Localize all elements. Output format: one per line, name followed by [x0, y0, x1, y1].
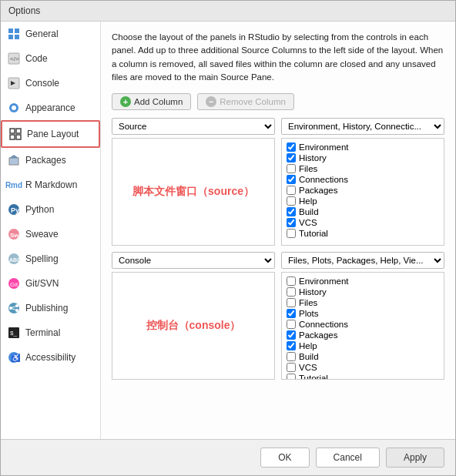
checklist-item: VCS	[287, 362, 439, 373]
sidebar-label-pane-layout: Pane Layout	[27, 129, 79, 139]
checkbox-label: Files	[299, 164, 317, 173]
sidebar-item-code[interactable]: </>Code	[1, 46, 100, 71]
checklist-item: Tutorial	[287, 373, 439, 380]
sidebar-item-general[interactable]: General	[1, 22, 100, 46]
checkbox-label: Connections	[299, 320, 348, 329]
svg-rect-3	[15, 35, 19, 39]
checkbox-label: Environment	[299, 142, 349, 152]
svg-point-25	[9, 307, 12, 310]
panel-box-label-bottom-left: 控制台（console）	[146, 319, 241, 333]
checkbox-label: Plots	[299, 309, 319, 318]
svg-point-9	[12, 106, 16, 110]
dialog-body: General</>CodeConsoleAppearancePane Layo…	[1, 22, 455, 439]
remove-column-icon: −	[206, 96, 216, 107]
sidebar-label-python: Python	[25, 204, 54, 215]
sidebar-label-general: General	[25, 28, 59, 39]
checkbox-files[interactable]	[287, 298, 296, 307]
checkbox-label: Tutorial	[299, 374, 328, 380]
sidebar-item-git-svn[interactable]: GitGit/SVN	[1, 271, 100, 296]
svg-text:Py: Py	[11, 206, 19, 214]
checkbox-vcs[interactable]	[287, 218, 296, 227]
spelling-icon: ABC	[7, 252, 21, 266]
svg-text:Git: Git	[10, 281, 18, 288]
sidebar-item-pane-layout[interactable]: Pane Layout	[1, 120, 100, 148]
checkbox-connections[interactable]	[287, 320, 296, 329]
sidebar-item-packages[interactable]: Packages	[1, 148, 100, 173]
sidebar-item-terminal[interactable]: $_Terminal	[1, 320, 100, 345]
svg-text:ABC: ABC	[9, 257, 20, 263]
panel-box-top-left: 脚本文件窗口（source）	[112, 138, 275, 246]
toolbar: + Add Column − Remove Column	[112, 93, 444, 110]
description-text: Choose the layout of the panels in RStud…	[112, 31, 444, 84]
sidebar-item-appearance[interactable]: Appearance	[1, 96, 100, 120]
console-icon	[7, 76, 21, 90]
checkbox-help[interactable]	[287, 196, 296, 206]
cancel-button[interactable]: Cancel	[316, 448, 380, 468]
checkbox-packages[interactable]	[287, 330, 296, 340]
panel-select-top-left[interactable]: SourceConsoleEnvironment, History, Conne…	[112, 118, 275, 135]
checklist-item: Tutorial	[287, 228, 439, 239]
checkbox-build[interactable]	[287, 352, 296, 361]
checkbox-history[interactable]	[287, 153, 296, 163]
panel-box-bottom-left: 控制台（console）	[112, 272, 275, 380]
sidebar-label-code: Code	[25, 53, 48, 64]
panel-select-top-right[interactable]: Environment, History, Connectic...Source…	[281, 118, 444, 135]
checkbox-label: Environment	[299, 277, 349, 286]
checklist-item: Help	[287, 340, 439, 351]
panel-select-bottom-right[interactable]: Files, Plots, Packages, Help, Vie...Sour…	[281, 252, 444, 269]
checklist-item: Packages	[287, 330, 439, 340]
checklist-item: Help	[287, 196, 439, 206]
svg-text:♿: ♿	[11, 353, 20, 363]
checkbox-label: VCS	[299, 218, 317, 227]
panel-select-bottom-left[interactable]: ConsoleSourceEnvironment, History, Conne…	[112, 252, 275, 269]
svg-point-26	[15, 304, 18, 307]
checkbox-environment[interactable]	[287, 142, 296, 152]
python-icon: Py	[7, 203, 21, 216]
checklist-item: Environment	[287, 142, 439, 153]
sidebar-item-spelling[interactable]: ABCSpelling	[1, 246, 100, 271]
sidebar-item-sweave[interactable]: SwSweave	[1, 222, 100, 246]
svg-marker-15	[9, 155, 18, 158]
add-column-label: Add Column	[134, 97, 183, 106]
checkbox-help[interactable]	[287, 341, 296, 350]
sidebar-item-console[interactable]: Console	[1, 71, 100, 96]
checkbox-connections[interactable]	[287, 175, 296, 184]
publishing-icon	[7, 301, 21, 315]
checklist-item: Files	[287, 163, 439, 174]
checkbox-label: Packages	[299, 330, 338, 340]
ok-button[interactable]: OK	[260, 448, 309, 468]
checklist-item: VCS	[287, 217, 439, 228]
checkbox-history[interactable]	[287, 287, 296, 297]
panel-bottom-left: ConsoleSourceEnvironment, History, Conne…	[112, 252, 275, 380]
checkbox-plots[interactable]	[287, 309, 296, 318]
sidebar-item-python[interactable]: PyPython	[1, 197, 100, 222]
checkbox-build[interactable]	[287, 207, 296, 216]
sweave-icon: Sw	[7, 227, 21, 241]
appearance-icon	[7, 101, 21, 115]
checklist-item: Plots	[287, 308, 439, 319]
sidebar-item-r-markdown[interactable]: RmdR Markdown	[1, 173, 100, 197]
sidebar-label-accessibility: Accessibility	[25, 352, 75, 363]
remove-column-button[interactable]: − Remove Column	[197, 93, 294, 110]
panel-box-top-right: EnvironmentHistoryFilesConnectionsPackag…	[281, 138, 444, 246]
checkbox-tutorial[interactable]	[287, 229, 296, 238]
checkbox-environment[interactable]	[287, 277, 296, 286]
checkbox-tutorial[interactable]	[287, 374, 296, 380]
checkbox-files[interactable]	[287, 164, 296, 173]
checkbox-vcs[interactable]	[287, 363, 296, 372]
svg-rect-10	[10, 129, 15, 133]
checklist-item: Build	[287, 351, 439, 362]
checkbox-packages[interactable]	[287, 186, 296, 195]
pane-layout-icon	[8, 127, 22, 141]
panels-grid: SourceConsoleEnvironment, History, Conne…	[112, 118, 444, 380]
sidebar-item-accessibility[interactable]: ♿Accessibility	[1, 345, 100, 370]
checklist-item: Files	[287, 297, 439, 308]
apply-button[interactable]: Apply	[386, 448, 444, 468]
svg-text:Sw: Sw	[10, 232, 19, 239]
panel-checklist-top-right: EnvironmentHistoryFilesConnectionsPackag…	[282, 139, 444, 246]
panel-select-row-bottom-left: ConsoleSourceEnvironment, History, Conne…	[112, 252, 275, 269]
add-column-button[interactable]: + Add Column	[112, 93, 191, 110]
svg-rect-11	[16, 129, 21, 133]
sidebar-item-publishing[interactable]: Publishing	[1, 296, 100, 320]
svg-rect-1	[15, 28, 19, 33]
